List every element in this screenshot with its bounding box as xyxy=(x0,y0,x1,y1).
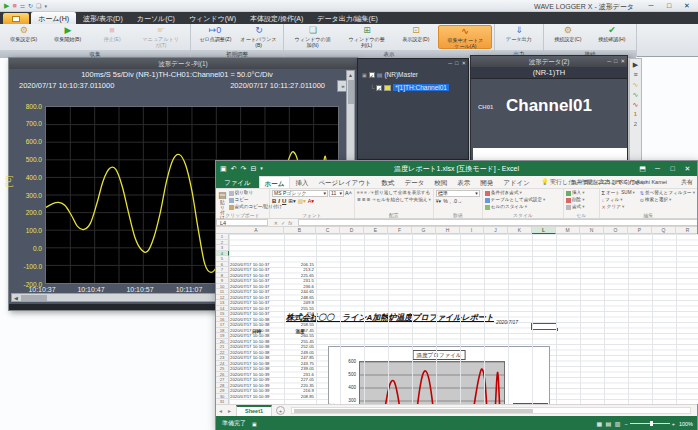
align-right-icon[interactable]: ≣ xyxy=(367,197,371,203)
qat-stop-icon[interactable]: ■ xyxy=(12,2,16,10)
column-header-B[interactable]: B xyxy=(284,227,316,234)
tab-window[interactable]: ウィンドウ(W) xyxy=(182,12,243,24)
qat-window-icon[interactable]: ❑ xyxy=(36,2,41,10)
excel-tab-view[interactable]: 表示 xyxy=(452,176,475,188)
font-color-icon[interactable]: A▾ xyxy=(308,198,314,204)
column-header-R[interactable]: R xyxy=(676,227,698,234)
underline-button[interactable]: U xyxy=(282,198,286,204)
sheet-next-icon[interactable]: ▸ xyxy=(225,407,234,414)
zoom-slider[interactable]: − + xyxy=(624,421,674,427)
ribbon-button-収集中オートスケール(A)[interactable]: ∿収集中オートスケール(A) xyxy=(438,25,492,49)
zoom-knob[interactable] xyxy=(650,421,653,426)
channel-window-titlebar[interactable]: 波形データ(2) xyxy=(471,56,627,67)
column-header-I[interactable]: I xyxy=(460,227,484,234)
qat-zero-icon[interactable]: ⚌ xyxy=(20,2,25,10)
list-icon[interactable]: ≡ xyxy=(633,70,637,79)
column-header-L[interactable]: L xyxy=(532,227,556,234)
fill-color-icon[interactable]: ▨▾ xyxy=(298,198,306,204)
column-header-K[interactable]: K xyxy=(508,227,532,234)
sheet-prev-icon[interactable]: ◂ xyxy=(216,407,225,414)
clear-button[interactable]: ✕クリア▾ xyxy=(602,204,635,210)
digit-one-icon[interactable]: 1 xyxy=(634,110,637,119)
digit-two-icon[interactable]: 2 xyxy=(634,120,637,129)
indent-icon[interactable]: ⇥ xyxy=(371,197,375,203)
align-bottom-icon[interactable]: ≡ xyxy=(364,190,367,196)
column-header-O[interactable]: O xyxy=(604,227,628,234)
ch-close-icon[interactable]: ✕ xyxy=(620,58,625,64)
scroll-left-icon[interactable]: ◀ xyxy=(14,294,18,302)
excel-user-name[interactable]: 亀井 貴志 (2225.JIHKG)/Takashi Kamei xyxy=(571,176,667,189)
autosum-button[interactable]: Σオート SUM▾ xyxy=(602,190,635,196)
wrap-text-button[interactable]: 折り返して全体を表示する xyxy=(374,190,430,196)
excel-tab-data[interactable]: データ xyxy=(400,176,430,188)
ribbon-button-接続確認(H)[interactable]: ✔接続確認(H) xyxy=(590,25,634,49)
ribbon-button-オートバランス(B)[interactable]: ↻オートバランス(B) xyxy=(237,25,281,49)
orientation-icon[interactable]: ⟋▾ xyxy=(368,190,374,196)
excel-close-button[interactable]: ✕ xyxy=(680,161,695,176)
file-menu-button[interactable] xyxy=(3,13,29,24)
wave-green-icon[interactable]: ∿ xyxy=(633,90,639,99)
tree-channel-item[interactable]: └ ✓ *[1]TH:Channel01 xyxy=(370,84,449,91)
conditional-format-button[interactable]: 条件付き書式▾ xyxy=(485,190,546,196)
formula-input[interactable] xyxy=(298,219,697,226)
column-header-F[interactable]: F xyxy=(388,227,412,234)
root-checkbox[interactable]: ✓ xyxy=(369,72,375,78)
grow-font-icon[interactable]: A˄ xyxy=(345,190,352,197)
tab-data-output[interactable]: データ出力/編集(E) xyxy=(310,12,385,24)
excel-tab-insert[interactable]: 挿入 xyxy=(290,176,313,188)
macro-record-icon[interactable]: ▣ xyxy=(252,421,257,427)
zoom-in-icon[interactable]: + xyxy=(672,421,675,427)
merge-center-button[interactable]: セルを結合して中央揃え xyxy=(376,197,427,203)
channel-checkbox[interactable]: ✓ xyxy=(376,85,382,91)
column-header-D[interactable]: D xyxy=(340,227,364,234)
sheet-tab-sheet1[interactable]: Sheet1 xyxy=(236,405,272,417)
play-icon[interactable]: ▶ xyxy=(633,60,638,69)
borders-icon[interactable]: ⊞▾ xyxy=(288,198,295,204)
font-size-combo[interactable]: 11▾ xyxy=(329,190,344,197)
format-as-table-button[interactable]: テーブルとして書式設定▾ xyxy=(485,197,546,203)
cell-temperature[interactable]: 208.85 xyxy=(284,394,316,400)
normal-view-icon[interactable]: ▦ xyxy=(596,421,602,427)
percent-icon[interactable]: % xyxy=(443,198,447,204)
zoom-out-icon[interactable]: − xyxy=(624,421,627,427)
column-header-A[interactable]: A xyxy=(229,227,284,234)
qat-dropdown-icon[interactable]: ▾ xyxy=(44,2,47,10)
ribbon-button-ウィンドウの整列(L)[interactable]: ⊞ウィンドウの整列(L) xyxy=(340,25,394,49)
insert-cells-button[interactable]: 挿入▾ xyxy=(566,190,585,196)
ribbon-button-収集設定(S)[interactable]: ⚙収集設定(S) xyxy=(2,25,46,49)
column-header-G[interactable]: G xyxy=(412,227,436,234)
increase-decimal-icon[interactable]: .0→ xyxy=(453,198,462,204)
ribbon-button-収集開始(B)[interactable]: ▶収集開始(B) xyxy=(46,25,90,49)
hscroll-thumb[interactable] xyxy=(21,295,47,301)
close-button[interactable]: ✕ xyxy=(678,0,696,11)
cancel-entry-icon[interactable]: ✕ xyxy=(274,220,278,226)
share-button[interactable]: 共有 xyxy=(681,176,693,189)
ribbon-button-表示設定(D)[interactable]: ⊡表示設定(D) xyxy=(394,25,438,49)
fill-button[interactable]: ↓フィル▾ xyxy=(602,197,635,203)
tree-close-icon[interactable]: ✕ xyxy=(461,60,466,66)
bold-button[interactable]: B xyxy=(272,198,276,204)
vscroll-thumb[interactable] xyxy=(348,80,354,104)
ribbon-button-ウィンドウの追加(N)[interactable]: ❏ウィンドウの追加(N) xyxy=(286,25,340,49)
column-header-N[interactable]: N xyxy=(580,227,604,234)
column-header-E[interactable]: E xyxy=(364,227,388,234)
qat-balance-icon[interactable]: ↻ xyxy=(28,2,33,10)
minimize-button[interactable]: ─ xyxy=(642,0,660,11)
tree-minimize-icon[interactable]: ─ xyxy=(448,60,452,66)
align-left-icon[interactable]: ≣ xyxy=(357,197,361,203)
tab-cursor[interactable]: カーソル(C) xyxy=(130,12,182,24)
confirm-entry-icon[interactable]: ✓ xyxy=(281,220,285,226)
delete-cells-button[interactable]: 削除▾ xyxy=(566,197,585,203)
wave-yellow-icon[interactable]: ∿ xyxy=(633,80,639,89)
scroll-up-icon[interactable]: ▲ xyxy=(347,71,354,79)
ribbon-options-icon[interactable]: ⬒ xyxy=(635,161,650,176)
name-box[interactable]: L4 xyxy=(216,219,268,226)
column-header-H[interactable]: H xyxy=(436,227,460,234)
ribbon-button-ゼロ点調整(Z)[interactable]: ↦0ゼロ点調整(Z) xyxy=(193,25,237,49)
excel-tab-review[interactable]: 校閲 xyxy=(429,176,452,188)
column-header-P[interactable]: P xyxy=(628,227,652,234)
sheet-hscrollbar[interactable] xyxy=(291,407,691,414)
number-format-combo[interactable]: 標準▾ xyxy=(436,190,480,197)
tree-root-item[interactable]: ▣ ✓ ▤ (NR)Master xyxy=(362,71,418,78)
align-middle-icon[interactable]: ≡ xyxy=(361,190,364,196)
